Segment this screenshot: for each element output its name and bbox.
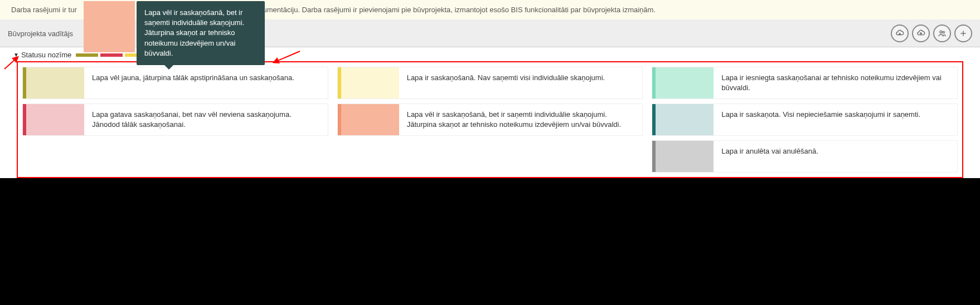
upload-button[interactable] — [912, 24, 930, 42]
swatch-mint — [652, 67, 714, 99]
swatch-yellow — [338, 67, 399, 99]
tooltip-text: Lapa vēl ir saskaņošanā, bet ir saņemti … — [144, 8, 244, 57]
svg-line-0 — [276, 51, 300, 61]
legend-card-ready: Lapa gatava saskaņošanai, bet nav vēl ne… — [22, 104, 328, 136]
legend-toggle[interactable]: ▼ Statusu nozīme — [13, 51, 71, 59]
svg-point-3 — [943, 31, 944, 33]
legend-card-cancelled: Lapa ir anulēta vai anulēšanā. — [652, 140, 958, 173]
page-root: Lapa vēl ir saskaņošanā, bet ir saņemti … — [0, 0, 980, 178]
add-button[interactable] — [954, 24, 972, 42]
legend-card-submitted: Lapa ir iesniegta saskaņošanai ar tehnis… — [652, 67, 958, 99]
legend-desc: Lapa ir iesniegta saskaņošanai ar tehnis… — [714, 67, 957, 99]
color-chip[interactable] — [76, 53, 98, 57]
svg-line-1 — [4, 59, 16, 69]
group-button[interactable] — [933, 24, 951, 42]
annotation-arrow-right — [273, 49, 301, 67]
legend-card-new: Lapa vēl jauna, jāturpina tālāk apstipri… — [22, 67, 328, 99]
legend-title: Statusu nozīme — [21, 51, 71, 59]
users-icon — [938, 29, 947, 38]
notice-text-left: Darba rasējumi ir tur — [11, 6, 77, 14]
legend-desc: Lapa gatava saskaņošanai, bet nav vēl ne… — [84, 104, 328, 135]
annotation-arrow-left — [3, 57, 20, 73]
legend-column-3: Lapa ir iesniegta saskaņošanai ar tehnis… — [652, 67, 958, 173]
toolbar-actions — [891, 24, 972, 42]
legend-desc: Lapa ir saskaņota. Visi nepieciešamie sa… — [714, 104, 957, 135]
color-chip[interactable] — [100, 53, 123, 57]
legend-desc: Lapa vēl ir saskaņošanā, bet ir saņemti … — [399, 104, 643, 135]
swatch-olive — [23, 67, 84, 99]
swatch-gray — [652, 141, 714, 172]
legend-column-1: Lapa vēl jauna, jāturpina tālāk apstipri… — [22, 67, 328, 173]
legend-card-approved: Lapa ir saskaņota. Visi nepieciešamie sa… — [652, 104, 958, 136]
black-fill-area — [0, 183, 980, 305]
toolbar-left-label: Būvprojekta vadītājs — [8, 29, 73, 38]
swatch-salmon — [338, 104, 399, 135]
swatch-teal — [652, 104, 714, 135]
cloud-upload-icon — [916, 29, 925, 38]
legend-desc: Lapa ir saskaņošanā. Nav saņemti visi in… — [399, 67, 643, 99]
download-button[interactable] — [891, 24, 909, 42]
legend-panel: Lapa vēl jauna, jāturpina tālāk apstipri… — [17, 61, 963, 178]
legend-desc: Lapa vēl jauna, jāturpina tālāk apstipri… — [84, 67, 328, 99]
status-tooltip: Lapa vēl ir saskaņošanā, bet ir saņemti … — [137, 1, 265, 65]
legend-card-partial: Lapa vēl ir saskaņošanā, bet ir saņemti … — [337, 104, 643, 136]
legend-column-2: Lapa ir saskaņošanā. Nav saņemti visi in… — [337, 67, 643, 173]
legend-card-inprogress: Lapa ir saskaņošanā. Nav saņemti visi in… — [337, 67, 643, 99]
swatch-pink — [23, 104, 84, 135]
svg-point-2 — [940, 31, 942, 33]
legend-desc: Lapa ir anulēta vai anulēšanā. — [714, 141, 957, 172]
cloud-download-icon — [895, 29, 904, 38]
plus-icon — [959, 29, 968, 38]
tooltip-color-swatch — [84, 1, 135, 52]
notice-text-right: kumentāciju. Darba rasējumi ir pievienoj… — [259, 6, 656, 14]
